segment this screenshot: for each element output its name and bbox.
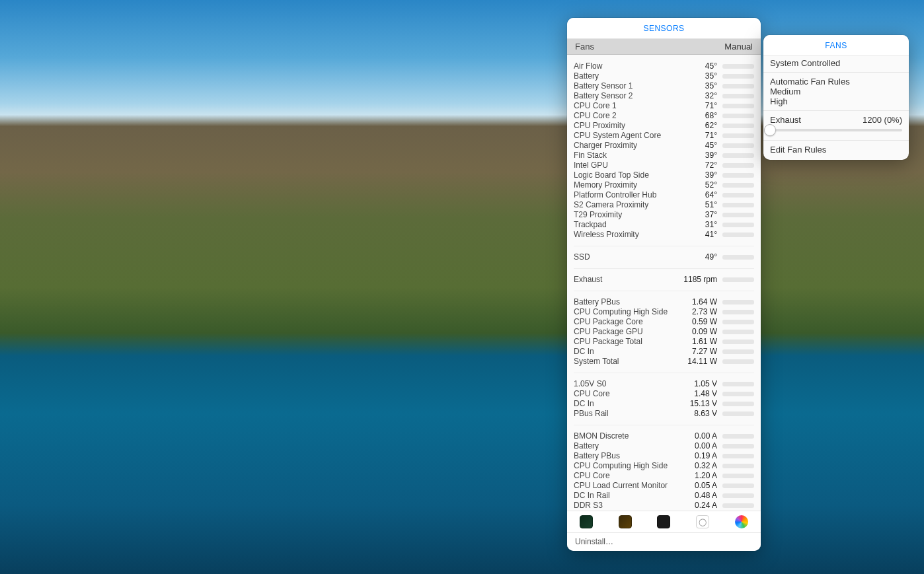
sensor-value: 37° — [705, 210, 717, 220]
sensor-row[interactable]: CPU Core1.20 A — [567, 471, 761, 481]
sensor-value: 2.73 W — [692, 307, 717, 317]
sensor-value: 71° — [705, 131, 717, 141]
sensor-row[interactable]: Fin Stack39° — [567, 151, 761, 161]
sensor-row[interactable]: CPU Core 268° — [567, 111, 761, 121]
sensor-row[interactable]: CPU Package Total1.61 W — [567, 337, 761, 347]
sensor-row[interactable]: Memory Proximity52° — [567, 180, 761, 190]
sensor-row[interactable]: Battery Sensor 135° — [567, 81, 761, 91]
sensor-row[interactable]: Wireless Proximity41° — [567, 230, 761, 240]
sensor-row[interactable]: Battery PBus1.64 W — [567, 297, 761, 307]
sensor-name: CPU Core — [574, 389, 610, 399]
sensor-name: BMON Discrete — [574, 431, 629, 441]
sensor-row[interactable]: BMON Discrete0.00 A — [567, 431, 761, 441]
sensor-row[interactable]: CPU Load Current Monitor0.05 A — [567, 481, 761, 491]
exhaust-slider-thumb[interactable] — [764, 124, 776, 136]
sensor-bar — [722, 359, 754, 364]
sensor-row[interactable]: CPU Package GPU0.09 W — [567, 327, 761, 337]
sensor-row[interactable]: CPU Computing High Side2.73 W — [567, 307, 761, 317]
sensor-row[interactable]: Platform Controller Hub64° — [567, 190, 761, 200]
sensor-row[interactable]: Air Flow45° — [567, 61, 761, 71]
sensor-bar — [722, 114, 754, 118]
sensor-row[interactable]: CPU System Agent Core71° — [567, 131, 761, 141]
sensor-bar — [722, 330, 754, 334]
sensor-bar — [722, 223, 754, 227]
sensors-scroll-area[interactable]: Air Flow45°Battery35°Battery Sensor 135°… — [567, 55, 761, 511]
fan-rule-option[interactable]: High — [770, 96, 902, 106]
sensor-row[interactable]: Exhaust1185 rpm — [567, 275, 761, 285]
edit-fan-rules-button[interactable]: Edit Fan Rules — [770, 145, 902, 155]
sensor-row[interactable]: Battery0.00 A — [567, 441, 761, 451]
sensor-row[interactable]: CPU Core1.48 V — [567, 389, 761, 399]
sensor-bar — [722, 474, 754, 478]
exhaust-slider[interactable] — [770, 129, 902, 131]
sensor-bar — [722, 94, 754, 98]
sensor-row[interactable]: DC In15.13 V — [567, 399, 761, 409]
sensor-row[interactable]: CPU Core 171° — [567, 101, 761, 111]
sensor-name: Battery Sensor 2 — [574, 91, 633, 101]
sensor-value: 0.32 A — [695, 461, 717, 471]
fan-rule-option[interactable]: Medium — [770, 87, 902, 96]
sensor-bar — [722, 464, 754, 468]
sensor-bar — [722, 64, 754, 69]
fans-panel: FANS System Controlled Automatic Fan Rul… — [763, 35, 909, 160]
sensor-row[interactable]: Battery35° — [567, 71, 761, 81]
sensor-value: 52° — [705, 180, 717, 190]
sensor-name: Battery PBus — [574, 297, 620, 307]
sensor-row[interactable]: Intel GPU72° — [567, 161, 761, 170]
sensor-value: 68° — [705, 111, 717, 121]
sensor-name: Exhaust — [574, 275, 602, 285]
sensor-row[interactable]: S2 Camera Proximity51° — [567, 200, 761, 210]
sensor-row[interactable]: 1.05V S01.05 V — [567, 379, 761, 389]
sensor-bar — [722, 300, 754, 305]
sensor-name: Fin Stack — [574, 151, 607, 161]
sensor-value: 8.63 V — [694, 409, 717, 419]
sensor-bar — [722, 434, 754, 439]
fan-rule-list: Automatic Fan RulesMediumHigh — [763, 75, 909, 108]
sensor-row[interactable]: Battery PBus0.19 A — [567, 451, 761, 461]
sensor-value: 7.27 W — [692, 347, 717, 357]
system-controlled-option[interactable]: System Controlled — [770, 58, 902, 68]
subheader-left-label: Fans — [575, 42, 594, 52]
sensor-name: CPU Proximity — [574, 121, 625, 131]
sensor-row[interactable]: Charger Proximity45° — [567, 141, 761, 151]
sensor-name: PBus Rail — [574, 409, 609, 419]
system-info-icon[interactable] — [696, 515, 709, 528]
sensor-row[interactable]: Battery Sensor 232° — [567, 91, 761, 101]
sensor-name: CPU Computing High Side — [574, 307, 668, 317]
sensor-row[interactable]: CPU Proximity62° — [567, 121, 761, 131]
sensor-row[interactable]: Logic Board Top Side39° — [567, 170, 761, 180]
fan-rule-option[interactable]: Automatic Fan Rules — [770, 77, 902, 87]
sensor-name: Battery PBus — [574, 451, 620, 461]
sensor-row[interactable]: T29 Proximity37° — [567, 210, 761, 220]
sensor-row[interactable]: PBus Rail8.63 V — [567, 409, 761, 419]
sensor-bar — [722, 104, 754, 108]
sensor-row[interactable]: DC In7.27 W — [567, 347, 761, 357]
sensor-value: 1.20 A — [695, 471, 717, 481]
sensor-name: Intel GPU — [574, 161, 608, 170]
divider — [763, 140, 909, 141]
sensor-value: 71° — [705, 101, 717, 111]
sensor-bar — [722, 183, 754, 188]
sensor-row[interactable]: CPU Computing High Side0.32 A — [567, 461, 761, 471]
divider — [763, 110, 909, 111]
sensor-name: DC In — [574, 399, 594, 409]
uninstall-button[interactable]: Uninstall… — [567, 532, 761, 551]
sensor-row[interactable]: CPU Package Core0.59 W — [567, 317, 761, 327]
sensor-bar — [722, 133, 754, 138]
sensor-row[interactable]: SSD49° — [567, 252, 761, 262]
sensor-bar — [722, 454, 754, 458]
subheader-right-label[interactable]: Manual — [724, 42, 753, 52]
sensor-row[interactable]: DDR S30.24 A — [567, 501, 761, 511]
sensor-row[interactable]: Trackpad31° — [567, 220, 761, 230]
sensor-name: Logic Board Top Side — [574, 170, 649, 180]
sensor-bar — [722, 173, 754, 178]
sensor-row[interactable]: DC In Rail0.48 A — [567, 491, 761, 501]
color-wheel-icon[interactable] — [735, 515, 748, 528]
stats-icon[interactable] — [619, 515, 632, 528]
sensor-row[interactable]: System Total14.11 W — [567, 357, 761, 367]
sensor-name: DC In — [574, 347, 594, 357]
terminal-icon[interactable] — [657, 515, 670, 528]
sensor-value: 49° — [705, 252, 717, 262]
activity-monitor-icon[interactable] — [580, 515, 593, 528]
sensor-bar — [722, 340, 754, 344]
